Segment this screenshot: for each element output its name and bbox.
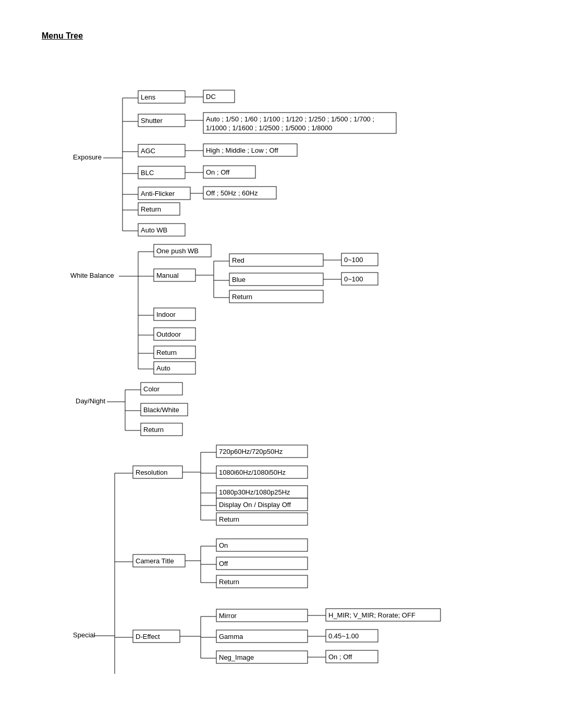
menu-tree-diagram: .tree-box { fill: white; stroke: black; … bbox=[42, 56, 532, 723]
manual-label: Manual bbox=[156, 272, 179, 279]
color-label: Color bbox=[143, 385, 160, 393]
blue-label: Blue bbox=[232, 276, 246, 283]
shutter-value-1: Auto ; 1/50 ; 1/60 ; 1/100 ; 1/120 ; 1/2… bbox=[206, 115, 374, 123]
camera-on-label: On bbox=[219, 541, 228, 549]
neg-image-value: On ; Off bbox=[328, 653, 352, 661]
camera-return-label: Return bbox=[219, 578, 239, 586]
resolution-label: Resolution bbox=[136, 468, 167, 476]
black-white-label: Black/White bbox=[143, 406, 179, 414]
camera-off-label: Off bbox=[219, 560, 228, 567]
shutter-value-2: 1/1000 ; 1/1600 ; 1/2500 ; 1/5000 ; 1/80… bbox=[206, 124, 332, 132]
anti-flicker-value: Off ; 50Hz ; 60Hz bbox=[206, 189, 258, 197]
display-label: Display On / Display Off bbox=[219, 501, 291, 509]
red-label: Red bbox=[232, 256, 244, 264]
wb-return-label: Return bbox=[156, 349, 177, 356]
svg-rect-84 bbox=[216, 557, 308, 570]
blue-value: 0~100 bbox=[344, 275, 363, 283]
outdoor-label: Outdoor bbox=[156, 330, 181, 338]
camera-title-label: Camera Title bbox=[136, 557, 174, 565]
indoor-label: Indoor bbox=[156, 311, 176, 318]
day-night-label: Day/Night bbox=[76, 397, 105, 405]
gamma-value: 0.45~1.00 bbox=[328, 632, 359, 640]
wb-auto-label: Auto bbox=[156, 364, 170, 372]
exposure-return-label: Return bbox=[141, 205, 161, 213]
shutter-label: Shutter bbox=[141, 117, 163, 125]
manual-return-label: Return bbox=[232, 293, 252, 301]
anti-flicker-label: Anti-Flicker bbox=[141, 190, 175, 198]
neg-image-label: Neg_Image bbox=[219, 653, 254, 661]
res-1080i-label: 1080i60Hz/1080i50Hz bbox=[219, 468, 286, 476]
res-1080p-label: 1080p30Hz/1080p25Hz bbox=[219, 488, 290, 496]
exposure-label: Exposure bbox=[73, 153, 102, 161]
mirror-value: H_MIR; V_MIR; Rorate; OFF bbox=[328, 611, 415, 619]
lens-value: DC bbox=[206, 93, 216, 101]
special-label: Special bbox=[73, 631, 95, 639]
agc-label: AGC bbox=[141, 147, 155, 155]
white-balance-label: White Balance bbox=[70, 272, 114, 279]
blc-value: On ; Off bbox=[206, 168, 230, 176]
d-effect-label: D-Effect bbox=[136, 633, 160, 640]
day-night-return-label: Return bbox=[143, 426, 164, 434]
gamma-label: Gamma bbox=[219, 633, 243, 640]
resolution-return-label: Return bbox=[219, 515, 239, 523]
svg-rect-82 bbox=[216, 539, 308, 551]
red-value: 0~100 bbox=[344, 256, 363, 264]
lens-label: Lens bbox=[141, 93, 156, 101]
page-title: Menu Tree bbox=[42, 31, 521, 41]
res-720p-label: 720p60Hz/720p50Hz bbox=[219, 448, 283, 455]
mirror-label: Mirror bbox=[219, 612, 237, 620]
one-push-wb-label: One push WB bbox=[156, 247, 199, 255]
agc-value: High ; Middle ; Low ; Off bbox=[206, 146, 278, 154]
blc-label: BLC bbox=[141, 169, 154, 177]
auto-wb-label: Auto WB bbox=[141, 226, 167, 234]
